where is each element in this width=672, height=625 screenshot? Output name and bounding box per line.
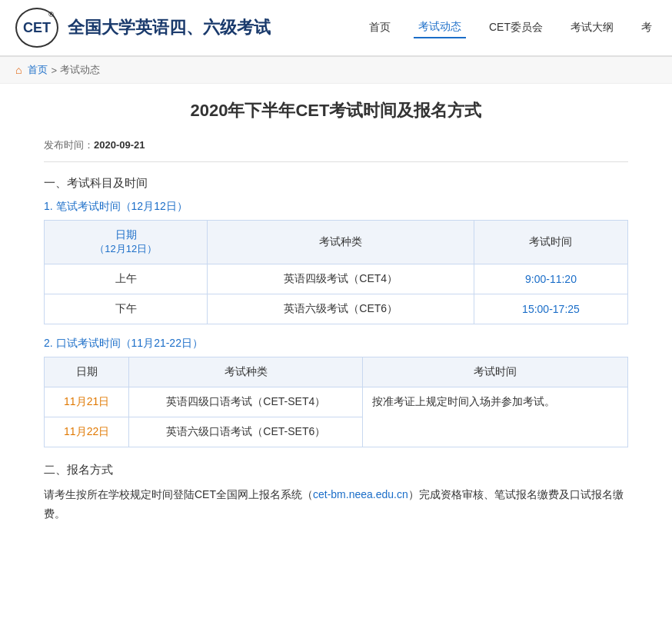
section2-prefix: 请考生按所在学校规定时间登陆CET全国网上报名系统（ [44,488,313,500]
publish-date-value: 2020-09-21 [94,139,145,151]
nav-item-home[interactable]: 首页 [364,18,395,38]
breadcrumb-home[interactable]: 首页 [28,63,48,77]
written-header-date: 日期 （12月12日） [45,220,208,264]
section2-content: 请考生按所在学校规定时间登陆CET全国网上报名系统（cet-bm.neea.ed… [44,485,628,524]
site-title: 全国大学英语四、六级考试 [68,16,271,39]
written-header-type: 考试种类 [208,220,474,264]
nav-menu: 首页 考试动态 CET委员会 考试大纲 考 [364,17,657,38]
oral-table-header-row: 日期 考试种类 考试时间 [45,357,628,387]
written-table-header-row: 日期 （12月12日） 考试种类 考试时间 [45,220,628,264]
written-exam-table: 日期 （12月12日） 考试种类 考试时间 上午 英语四级考试（CET4） 9:… [44,220,628,324]
publish-label: 发布时间： [44,139,94,151]
oral-header-time: 考试时间 [363,357,628,387]
written-exam-title: 1. 笔试考试时间（12月12日） [44,200,628,214]
logo-text: CET [23,20,51,36]
oral-row2-type: 英语六级口语考试（CET-SET6） [129,417,363,447]
oral-exam-title: 2. 口试考试时间（11月21-22日） [44,337,628,351]
breadcrumb: ⌂ 首页 > 考试动态 [0,57,672,84]
breadcrumb-current: 考试动态 [60,63,100,77]
oral-header-type: 考试种类 [129,357,363,387]
table-row: 11月21日 英语四级口语考试（CET-SET4） 按准考证上规定时间入场并参加… [45,387,628,417]
header-left: CET ® 全国大学英语四、六级考试 [15,8,271,48]
written-row2-time: 15:00-17:25 [474,294,627,324]
article-title: 2020年下半年CET考试时间及报名方式 [44,99,628,123]
oral-row1-note: 按准考证上规定时间入场并参加考试。 [363,387,628,447]
nav-item-exam-news[interactable]: 考试动态 [414,17,466,38]
oral-exam-table: 日期 考试种类 考试时间 11月21日 英语四级口语考试（CET-SET4） 按… [44,357,628,447]
home-icon: ⌂ [15,64,22,76]
written-row2-date: 下午 [45,294,208,324]
section1-title: 一、考试科目及时间 [44,176,628,191]
nav-item-committee[interactable]: CET委员会 [484,18,547,38]
written-row1-time: 9:00-11:20 [474,264,627,294]
written-header-time: 考试时间 [474,220,627,264]
table-row: 上午 英语四级考试（CET4） 9:00-11:20 [45,264,628,294]
oral-row1-type: 英语四级口语考试（CET-SET4） [129,387,363,417]
publish-date: 发布时间：2020-09-21 [44,138,628,162]
oral-row1-date: 11月21日 [45,387,129,417]
written-header-date-sub: （12月12日） [54,242,198,256]
written-row2-type: 英语六级考试（CET6） [208,294,474,324]
table-row: 下午 英语六级考试（CET6） 15:00-17:25 [45,294,628,324]
cet-logo: CET ® [15,8,58,48]
section2-title: 二、报名方式 [44,463,628,477]
breadcrumb-separator: > [51,65,57,76]
header: CET ® 全国大学英语四、六级考试 首页 考试动态 CET委员会 考试大纲 考 [0,0,672,57]
nav-item-more[interactable]: 考 [637,18,657,38]
logo-reg: ® [48,11,54,18]
oral-row2-date: 11月22日 [45,417,129,447]
written-row1-type: 英语四级考试（CET4） [208,264,474,294]
section2-link[interactable]: cet-bm.neea.edu.cn [313,488,408,500]
main-content: 2020年下半年CET考试时间及报名方式 发布时间：2020-09-21 一、考… [21,84,651,554]
nav-item-syllabus[interactable]: 考试大纲 [566,18,618,38]
written-row1-date: 上午 [45,264,208,294]
oral-header-date: 日期 [45,357,129,387]
